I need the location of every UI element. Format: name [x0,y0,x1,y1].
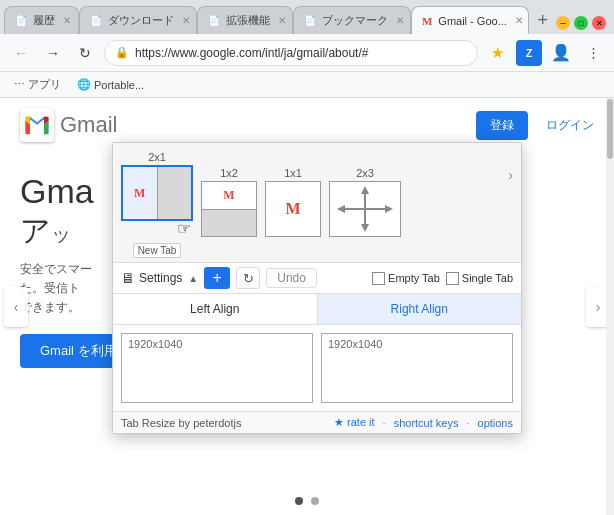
extension-button[interactable]: Z [516,40,542,66]
close-button[interactable]: ✕ [592,16,606,30]
star-icon: ★ [491,44,504,62]
layout-1x1-label: 1x1 [284,167,302,179]
tab-downloads[interactable]: 📄 ダウンロード ✕ [79,6,197,34]
empty-tab-checkbox[interactable]: Empty Tab [372,272,440,285]
layout-2x3[interactable]: 2x3 [329,167,401,237]
nav-bar: ← → ↻ 🔒 https://www.google.com/intl/ja/g… [0,34,614,72]
forward-icon: → [46,45,60,61]
tab-gmail[interactable]: M Gmail - Goo... ✕ [411,6,529,34]
tab-close-extensions[interactable]: ✕ [278,15,286,26]
layout-2x1-thumb[interactable]: M [121,165,193,221]
tab-extensions[interactable]: 📄 拡張機能 ✕ [197,6,293,34]
page-content: Gmail 登録 ログイン Gma アッ 安全でスマーた。受信トできます。 Gm… [0,98,614,515]
layout-1x1[interactable]: 1x1 M [265,167,321,237]
settings-button[interactable]: 🖥 Settings [121,270,182,286]
single-tab-checkbox[interactable]: Single Tab [446,272,513,285]
layout-1x1-thumb[interactable]: M [265,181,321,237]
bookmark-apps[interactable]: ⋯ アプリ [8,75,67,94]
refresh-button[interactable]: ↻ [236,267,260,289]
bookmarks-bar: ⋯ アプリ 🌐 Portable... [0,72,614,98]
tab-label-history: 履歴 [33,13,55,28]
carousel-prev-button[interactable]: ‹ [4,287,28,327]
back-icon: ← [14,45,28,61]
forward-button[interactable]: → [40,40,66,66]
layout-2x1-label: 2x1 [148,151,166,163]
add-button[interactable]: + [204,267,230,289]
shortcut-keys-link[interactable]: shortcut keys [394,417,459,429]
tab-label-gmail: Gmail - Goo... [438,15,506,27]
reload-icon: ↻ [79,45,91,61]
tab-favicon-history: 📄 [15,15,27,26]
footer-links: ★ rate it · shortcut keys · options [334,416,513,429]
refresh-icon: ↻ [243,271,254,286]
star-button[interactable]: ★ [484,40,510,66]
settings-label: Settings [139,271,182,285]
gmail-signup-btn[interactable]: 登録 [476,111,528,140]
tab-close-history[interactable]: ✕ [63,15,71,26]
maximize-button[interactable]: □ [574,16,588,30]
undo-label: Undo [277,271,306,285]
extension-icon: Z [526,47,533,59]
back-button[interactable]: ← [8,40,34,66]
gmail-m-icon [20,108,54,142]
svg-marker-4 [337,205,345,213]
svg-marker-3 [361,224,369,232]
thumb-m-left: M [134,186,145,201]
menu-button[interactable]: ⋮ [580,40,606,66]
profile-button[interactable]: 👤 [548,40,574,66]
address-bar[interactable]: 🔒 https://www.google.com/intl/ja/gmail/a… [104,40,478,66]
panel-right: 1920x1040 [321,333,513,403]
gmail-brand-text: Gmail [60,112,117,138]
new-tab-label: New Tab [133,243,182,258]
gmail-login-btn[interactable]: ログイン [546,117,594,134]
bookmark-portable[interactable]: 🌐 Portable... [71,76,150,93]
tab-label-downloads: ダウンロード [108,13,174,28]
chevron-right-icon: › [596,299,601,315]
single-tab-check-icon [446,272,459,285]
tab-bar: 📄 履歴 ✕ 📄 ダウンロード ✕ 📄 拡張機能 ✕ 📄 ブックマーク ✕ M … [0,0,614,34]
empty-tab-label: Empty Tab [388,272,440,284]
svg-marker-5 [385,205,393,213]
popup-panels-row: 1920x1040 1920x1040 [113,325,521,412]
layout-1x2-thumb[interactable]: M [201,181,257,237]
carousel-dot-1[interactable] [295,497,303,505]
layout-2x1[interactable]: 2x1 M ☞ New Tab [121,151,193,258]
undo-button[interactable]: Undo [266,268,317,288]
popup-align-row: Left Align Right Align [113,294,521,325]
footer-separator-2: · [466,417,469,429]
layout-2x3-thumb[interactable] [329,181,401,237]
options-link[interactable]: options [478,417,513,429]
monitor-icon: 🖥 [121,270,135,286]
profile-icon: 👤 [551,43,571,62]
layouts-scroll-right-icon[interactable]: › [508,167,513,183]
footer-brand: Tab Resize by peterdotjs [121,417,241,429]
bookmark-portable-icon: 🌐 [77,78,91,91]
reload-button[interactable]: ↻ [72,40,98,66]
scrollbar-track [606,98,614,515]
rate-it-link[interactable]: ★ rate it [334,416,375,429]
thumb-m-1x2: M [223,188,234,203]
tab-close-gmail[interactable]: ✕ [515,15,523,26]
chevron-left-icon: ‹ [14,299,19,315]
tab-label-extensions: 拡張機能 [226,13,270,28]
tab-close-bookmarks[interactable]: ✕ [396,15,404,26]
layout-1x2-label: 1x2 [220,167,238,179]
layout-1x2[interactable]: 1x2 M [201,167,257,237]
tab-favicon-bookmarks: 📄 [304,15,316,26]
tab-favicon-gmail: M [422,15,432,27]
minimize-button[interactable]: ─ [556,16,570,30]
apps-icon: ⋯ [14,78,25,91]
tab-history[interactable]: 📄 履歴 ✕ [4,6,79,34]
tab-bookmarks[interactable]: 📄 ブックマーク ✕ [293,6,411,34]
right-align-button[interactable]: Right Align [318,294,522,324]
scrollbar-thumb[interactable] [607,99,613,159]
tab-favicon-extensions: 📄 [208,15,220,26]
settings-chevron-icon[interactable]: ▲ [188,273,198,284]
left-align-button[interactable]: Left Align [113,294,318,324]
tab-label-bookmarks: ブックマーク [322,13,388,28]
layout-2x3-label: 2x3 [356,167,374,179]
tab-close-downloads[interactable]: ✕ [182,15,190,26]
gmail-logo: Gmail [20,108,117,142]
carousel-dot-2[interactable] [311,497,319,505]
new-tab-button[interactable]: + [529,6,556,34]
